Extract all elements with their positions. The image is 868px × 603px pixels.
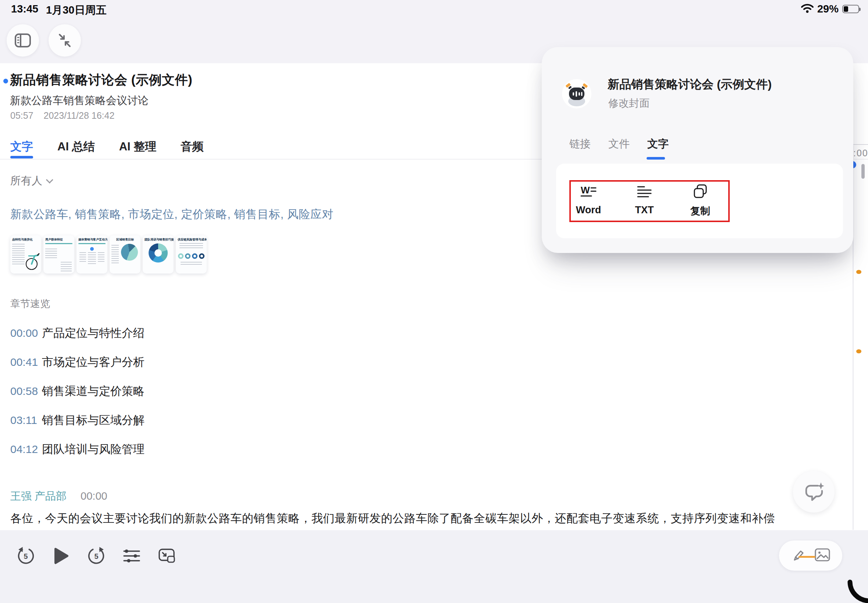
slide-thumbnail-6[interactable]: 供应链风险管理与成本锁定 (176, 235, 207, 274)
edge-divider (853, 144, 868, 145)
chapters-heading: 章节速览 (10, 297, 50, 310)
playback-settings-button[interactable] (122, 546, 141, 566)
slide-thumbnail-2[interactable]: 用户群体特征 (43, 235, 74, 274)
scroll-marker-orange (856, 349, 861, 353)
status-time: 13:45 (11, 3, 38, 15)
collapse-arrows-icon (57, 32, 73, 48)
paragraph-timestamp[interactable]: 00:00 (80, 490, 107, 502)
picture-in-picture-button[interactable] (158, 546, 176, 566)
chapter-title: 产品定位与特性介绍 (42, 325, 145, 341)
pie-chart-graphic (121, 244, 138, 261)
bulb-icon (90, 247, 94, 251)
chapter-list: 00:00 产品定位与特性介绍 00:41 市场定位与客户分析 00:58 销售… (10, 319, 145, 464)
note-datetime: 2023/11/28 16:42 (44, 110, 115, 121)
scrollbar-thumb[interactable] (861, 164, 865, 179)
exit-fullscreen-button[interactable] (48, 24, 81, 57)
battery-icon (842, 5, 859, 13)
chapter-title: 市场定位与客户分析 (42, 354, 145, 370)
rewind-5-button[interactable]: 5 (16, 546, 35, 566)
tab-audio[interactable]: 音频 (181, 139, 203, 155)
tab-ai-summary[interactable]: AI 总结 (57, 139, 95, 155)
tab-ai-organize[interactable]: AI 整理 (119, 139, 157, 155)
scroll-marker-orange (856, 270, 861, 274)
sidebar-icon (14, 33, 31, 48)
slide-thumbnails: 品特性与差异化 用户群体特征 媒体营销与客户互动方案 (10, 235, 207, 274)
active-tab-underline (10, 156, 33, 158)
keywords-line: 新款公路车, 销售策略, 市场定位, 定价策略, 销售目标, 风险应对 (10, 207, 334, 222)
sidebar-toggle-button[interactable] (7, 24, 39, 57)
chapter-row[interactable]: 03:11 销售目标与区域分解 (10, 405, 145, 434)
highlighter-icon (791, 547, 806, 562)
chapter-time[interactable]: 00:41 (10, 356, 42, 368)
speaker-filter-label: 所有人 (10, 173, 42, 188)
chapter-time[interactable]: 03:11 (10, 414, 42, 427)
main-tab-bar: 文字 AI 总结 AI 整理 音频 (10, 139, 203, 155)
loading-arc (827, 566, 868, 603)
insert-image-button[interactable] (814, 547, 831, 564)
slide-thumbnail-1[interactable]: 品特性与差异化 (10, 235, 41, 274)
ai-chat-button[interactable] (793, 471, 834, 513)
chapter-row[interactable]: 00:41 市场定位与客户分析 (10, 348, 145, 377)
chapter-time[interactable]: 04:12 (10, 443, 42, 456)
battery-percent: 29% (817, 3, 839, 15)
image-icon (814, 547, 831, 562)
edit-cover-button[interactable]: 修改封面 (608, 96, 650, 110)
forward-5-button[interactable]: 5 (87, 546, 106, 566)
share-tab-text[interactable]: 文字 (647, 137, 668, 152)
edge-timestamp-fragment: :00 (853, 148, 868, 158)
chapter-time[interactable]: 00:00 (10, 327, 42, 339)
status-date: 1月30日周五 (46, 3, 106, 18)
speaker-filter-dropdown[interactable]: 所有人 (10, 173, 51, 188)
highlighter-pen-button[interactable] (791, 547, 806, 564)
chapter-row[interactable]: 00:58 销售渠道与定价策略 (10, 377, 145, 405)
share-panel-tab-bar: 链接 文件 文字 (569, 137, 668, 152)
chapter-time[interactable]: 00:58 (10, 385, 42, 397)
chevron-down-icon (46, 176, 53, 184)
chapter-title: 销售渠道与定价策略 (42, 383, 145, 399)
transcript-text: 各位，今天的会议主要讨论我们的新款公路车的销售策略，我们最新研发的公路车除了配备… (10, 510, 853, 527)
chapter-row[interactable]: 00:00 产品定位与特性介绍 (10, 319, 145, 348)
bicycle-graphic (23, 252, 40, 271)
slide-thumbnail-4[interactable]: 区域销售目标 (110, 235, 141, 274)
wifi-icon (801, 4, 814, 15)
chapter-row[interactable]: 04:12 团队培训与风险管理 (10, 434, 145, 464)
share-tab-link[interactable]: 链接 (569, 137, 591, 152)
annotation-red-box (569, 180, 730, 222)
svg-text:5: 5 (23, 552, 28, 560)
player-bar: 5 5 (0, 530, 868, 603)
unread-dot (3, 79, 8, 83)
chat-sparkle-icon (803, 482, 825, 502)
circle-chain-graphic (178, 254, 205, 259)
note-subtitle: 新款公路车销售策略会议讨论 (10, 93, 149, 108)
share-panel-title: 新品销售策略讨论会 (示例文件) (608, 76, 772, 93)
pen-active-underline (798, 556, 815, 558)
speaker-name[interactable]: 王强 产品部 (10, 489, 67, 504)
tab-text[interactable]: 文字 (10, 139, 33, 155)
donut-chart-graphic (149, 243, 168, 263)
play-button[interactable] (51, 546, 71, 566)
note-duration: 05:57 (10, 110, 34, 121)
slide-thumbnail-3[interactable]: 媒体营销与客户互动方案 (76, 235, 107, 274)
status-bar: 13:45 1月30日周五 29% (0, 0, 868, 20)
share-tab-file[interactable]: 文件 (608, 137, 630, 152)
chapter-title: 销售目标与区域分解 (42, 413, 145, 428)
slide-thumbnail-5[interactable]: 团队培训与销售技巧提升 (143, 235, 173, 274)
pip-icon (158, 548, 176, 564)
note-avatar[interactable] (562, 79, 591, 108)
chapter-title: 团队培训与风险管理 (42, 442, 145, 457)
share-active-tab-underline (647, 157, 665, 159)
sliders-icon (123, 548, 141, 564)
svg-text:5: 5 (94, 552, 98, 560)
note-title: 新品销售策略讨论会 (示例文件) (10, 71, 192, 89)
